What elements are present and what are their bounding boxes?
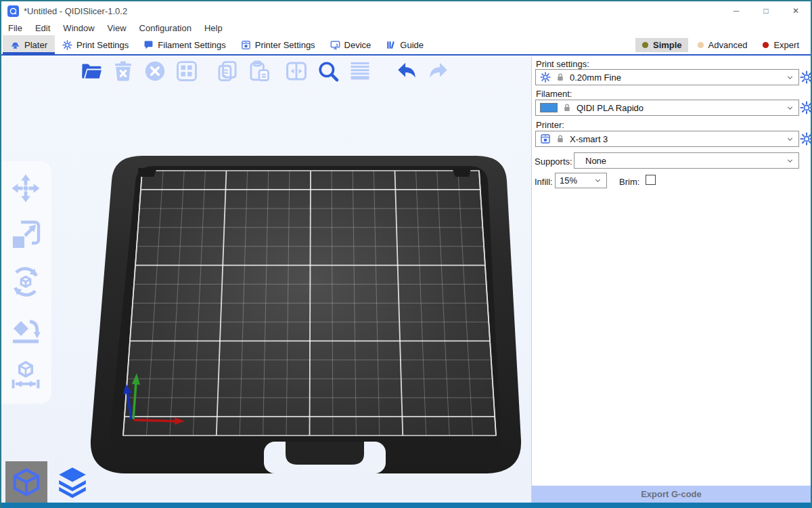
split-objects-icon [285,60,308,83]
measure-button[interactable] [8,358,43,393]
mode-switcher: Simple Advanced Expert [635,35,811,54]
maximize-button[interactable]: □ [751,1,781,20]
close-button[interactable]: ✕ [781,1,811,20]
advanced-dot-icon [697,41,704,49]
brim-label: Brim: [619,177,639,187]
window-controls: ─ □ ✕ [721,1,811,20]
delete-button[interactable] [110,58,136,85]
editor-3d-view-button[interactable] [5,461,47,503]
app-window: *Untitled - QIDISlicer-1.0.2 ─ □ ✕ File … [0,0,812,508]
filament-bubble-icon [143,40,154,50]
window-title: *Untitled - QIDISlicer-1.0.2 [24,6,127,16]
layers-icon [55,465,89,499]
lock-icon [556,72,565,82]
app-logo-icon [7,5,19,17]
menu-edit[interactable]: Edit [35,23,50,33]
gear-icon [800,70,812,84]
rotate-button[interactable] [8,264,43,299]
chevron-down-icon [593,176,602,185]
filament-select[interactable]: QIDI PLA Rapido [535,100,799,116]
open-icon [80,60,103,83]
tab-guide[interactable]: Guide [378,35,431,54]
printer-icon [241,40,251,50]
mode-expert[interactable]: Expert [756,38,805,52]
menu-bar: File Edit Window View Configuration Help [1,20,811,35]
tab-plater[interactable]: Plater [3,35,55,54]
menu-view[interactable]: View [108,23,127,33]
expert-dot-icon [762,41,769,49]
copy-icon [216,60,239,83]
place-on-face-icon [9,312,42,345]
object-manipulation-toolbar [1,161,51,404]
variable-layer-height-icon [348,60,371,83]
window-bottom-border [1,503,811,508]
device-monitor-icon [330,40,340,50]
delete-all-icon [143,60,166,83]
filament-color-swatch [540,103,558,112]
redo-icon [427,60,450,83]
undo-button[interactable] [394,58,420,85]
printer-select[interactable]: X-smart 3 [535,131,799,147]
chevron-down-icon [786,135,794,144]
tab-filament-settings[interactable]: Filament Settings [136,35,233,54]
mode-simple[interactable]: Simple [635,38,688,52]
move-button[interactable] [8,171,43,206]
settings-panel: Print settings: 0.20mm Fine Filament: QI… [531,57,811,503]
tab-printer-settings[interactable]: Printer Settings [233,35,323,54]
brim-checkbox[interactable] [646,175,656,185]
scale-button[interactable] [8,217,43,253]
menu-window[interactable]: Window [63,23,94,33]
menu-help[interactable]: Help [204,23,223,33]
lock-icon [556,134,565,144]
place-on-face-button[interactable] [8,311,43,346]
chevron-down-icon [786,104,794,112]
gear-icon [800,101,812,114]
simple-dot-icon [641,41,649,49]
gear-icon [62,40,72,50]
gear-icon [800,132,812,146]
cube-3d-icon [11,467,42,498]
variable-layer-height-button[interactable] [347,58,373,85]
printer-icon [540,133,551,144]
infill-select[interactable]: 15% [555,173,607,188]
preview-layers-view-button[interactable] [51,461,93,503]
export-gcode-button[interactable]: Export G-code [532,486,811,503]
paste-icon [248,60,271,83]
move-icon [9,172,42,205]
tab-bar: Plater Print Settings Filament Settings … [1,35,811,56]
guide-books-icon [386,40,396,50]
gear-icon [540,72,551,83]
print-settings-gear-button[interactable] [800,70,812,84]
supports-select[interactable]: None [574,152,799,169]
menu-configuration[interactable]: Configuration [139,23,191,33]
filament-gear-button[interactable] [800,101,812,114]
arrange-button[interactable] [174,58,200,85]
chevron-down-icon [786,156,794,165]
supports-label: Supports: [535,156,572,167]
view-mode-toggle [5,461,93,503]
split-objects-button[interactable] [284,58,309,85]
rotate-icon [9,266,42,298]
scale-icon [9,219,42,251]
menu-file[interactable]: File [8,23,22,33]
print-settings-label: Print settings: [536,59,589,69]
delete-all-button[interactable] [142,58,168,85]
plater-icon [10,40,20,50]
mode-advanced[interactable]: Advanced [691,38,754,52]
copy-button[interactable] [215,58,240,85]
delete-icon [112,60,135,83]
printer-gear-button[interactable] [800,132,812,146]
chevron-down-icon [786,73,794,82]
print-settings-select[interactable]: 0.20mm Fine [535,69,799,85]
printer-label: Printer: [536,120,564,130]
tab-print-settings[interactable]: Print Settings [55,35,136,54]
minimize-button[interactable]: ─ [721,1,751,20]
title-bar: *Untitled - QIDISlicer-1.0.2 ─ □ ✕ [1,1,811,20]
paste-button[interactable] [246,58,272,85]
redo-button[interactable] [426,58,451,85]
measure-icon [9,359,42,391]
print-bed [81,146,528,486]
tab-device[interactable]: Device [323,35,379,54]
open-button[interactable] [78,58,104,85]
search-button[interactable] [315,58,341,85]
